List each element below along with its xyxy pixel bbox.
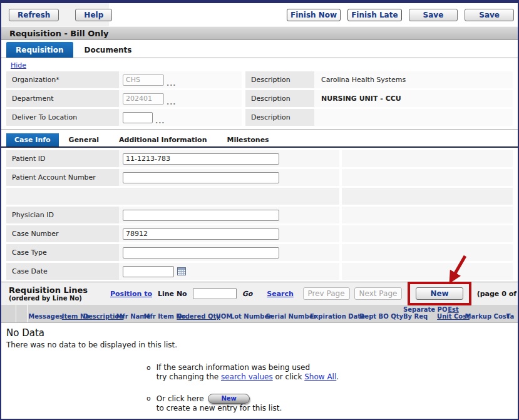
- no-data-heading: No Data: [6, 327, 518, 339]
- refresh-button[interactable]: Refresh: [9, 9, 59, 21]
- requisition-lines-subtitle: (ordered by Line No): [9, 295, 110, 302]
- case-number-input[interactable]: [123, 228, 279, 240]
- line-no-input[interactable]: [193, 288, 237, 299]
- case-type-input[interactable]: [123, 247, 279, 259]
- tab-requisition[interactable]: Requisition: [6, 42, 73, 58]
- case-date-input-zone: [119, 263, 339, 280]
- physician-id-row: Physician ID: [6, 207, 513, 223]
- finish-late-button[interactable]: Finish Late: [347, 9, 401, 21]
- position-to-link[interactable]: Position to: [110, 290, 152, 298]
- new-entry-line1: Or click here New: [157, 394, 282, 404]
- go-link[interactable]: Go: [242, 290, 253, 298]
- department-label: Department: [6, 90, 119, 107]
- page-title-bar: Requisition - Bill Only: [1, 26, 518, 40]
- toolbar-right-group: Finish Now Finish Late Save Save: [287, 9, 518, 21]
- row-right-filler: [342, 169, 513, 186]
- deliver-to-location-input-zone: ...: [119, 109, 242, 126]
- save-button-left[interactable]: Save: [409, 9, 458, 21]
- tab-documents[interactable]: Documents: [73, 42, 143, 58]
- row-right-filler: [342, 225, 513, 242]
- case-date-row: Case Date: [6, 263, 513, 280]
- calendar-icon[interactable]: [177, 267, 186, 275]
- case-date-label: Case Date: [6, 263, 119, 280]
- tab-requisition-label: Requisition: [16, 46, 64, 54]
- toolbar-left-group: Refresh Help: [1, 3, 109, 26]
- tab-additional-information[interactable]: Additional Information: [109, 133, 217, 146]
- requisition-lines-title: Requisition Lines: [9, 286, 110, 295]
- requisition-lines-title-block: Requisition Lines (ordered by Line No): [9, 286, 110, 302]
- next-page-button[interactable]: Next Page: [354, 287, 403, 300]
- case-date-input[interactable]: [123, 266, 174, 277]
- paging-group: Prev Page Next Page New (page 0 of: [303, 287, 518, 300]
- tab-case-info[interactable]: Case Info: [6, 133, 59, 146]
- icon-column-header: [16, 305, 28, 322]
- case-number-input-zone: [119, 225, 339, 242]
- deliver-to-location-description-label: Description: [245, 109, 314, 126]
- page-info: (page 0 of: [477, 290, 516, 298]
- search-link[interactable]: Search: [267, 290, 294, 298]
- organization-lookup-ellipsis-button[interactable]: ...: [167, 79, 177, 88]
- department-description-value: NURSING UNIT - CCU: [314, 90, 513, 107]
- finish-now-button[interactable]: Finish Now: [287, 9, 341, 21]
- lines-table-header: Messages Item No Description Mfr Name Mf…: [1, 305, 518, 323]
- deliver-to-location-description-value: [314, 109, 513, 126]
- search-hint-line1: If the search information was being used: [157, 363, 339, 372]
- new-entry-button[interactable]: New: [208, 394, 249, 404]
- organization-label: Organization*: [6, 71, 119, 88]
- row-right-filler: [342, 150, 513, 167]
- tab-general-label: General: [69, 136, 99, 144]
- search-hint-text: or click: [273, 372, 305, 381]
- column-header-lot-number: Lot Number: [233, 305, 269, 322]
- patient-id-input[interactable]: [123, 153, 279, 165]
- department-input-zone: ...: [119, 90, 242, 107]
- prev-page-button[interactable]: Prev Page: [303, 287, 350, 300]
- show-all-link[interactable]: Show All: [304, 372, 336, 381]
- physician-id-input[interactable]: [123, 210, 279, 221]
- department-input[interactable]: [123, 93, 164, 105]
- search-hint-bullet: o If the search information was being us…: [146, 363, 518, 382]
- bullet-marker: o: [146, 394, 151, 413]
- deliver-to-location-input[interactable]: [123, 112, 153, 123]
- patient-account-number-label: Patient Account Number: [6, 169, 119, 186]
- save-button-right[interactable]: Save: [465, 9, 514, 21]
- row-right-filler: [342, 207, 513, 223]
- no-data-bullet-list: o If the search information was being us…: [146, 363, 518, 413]
- organization-description-label: Description: [245, 71, 314, 88]
- patient-account-number-input[interactable]: [123, 172, 279, 183]
- main-tab-bar: Requisition Documents: [1, 40, 518, 58]
- column-header-tax-truncated: Ta: [505, 305, 516, 322]
- new-entry-bullet: o Or click here New to create a new entr…: [146, 394, 518, 413]
- case-number-label: Case Number: [6, 225, 119, 242]
- position-to-group: Position to Line No Go Search: [110, 288, 294, 299]
- deliver-to-location-row: Deliver To Location ... Description: [6, 109, 513, 126]
- tab-milestones-label: Milestones: [227, 136, 269, 144]
- top-toolbar: Refresh Help Finish Now Finish Late Save…: [1, 3, 518, 26]
- column-header-description[interactable]: Description: [88, 305, 119, 322]
- department-lookup-ellipsis-button[interactable]: ...: [167, 98, 177, 107]
- deliver-to-location-lookup-ellipsis-button[interactable]: ...: [155, 117, 165, 126]
- department-row: Department ... Description NURSING UNIT …: [6, 90, 513, 107]
- annotation-highlight-box: New: [408, 282, 471, 305]
- row-right-filler: [342, 244, 513, 261]
- tab-milestones[interactable]: Milestones: [217, 133, 279, 146]
- spacer-cell: [6, 188, 119, 205]
- new-line-button[interactable]: New: [416, 287, 463, 300]
- bullet-marker: o: [146, 363, 151, 382]
- column-header-separate-po-by-req: Separate POBy Req: [401, 305, 437, 322]
- spacer-row: [6, 188, 513, 205]
- line-no-label: Line No: [158, 290, 187, 298]
- column-header-ordered-qty[interactable]: Ordered Qty: [182, 305, 215, 322]
- tab-general[interactable]: General: [59, 133, 109, 146]
- hide-link[interactable]: Hide: [11, 61, 26, 69]
- column-header-serial-number: Serial Number: [269, 305, 313, 322]
- help-button[interactable]: Help: [75, 9, 112, 21]
- physician-id-input-zone: [119, 207, 339, 223]
- search-values-link[interactable]: search values: [221, 372, 273, 381]
- organization-input[interactable]: [123, 74, 164, 86]
- hide-row: Hide: [1, 59, 518, 71]
- search-hint-line2: try changing the search values or click …: [157, 372, 339, 382]
- new-entry-text: Or click here: [157, 394, 204, 403]
- page-title: Requisition - Bill Only: [9, 29, 108, 38]
- select-column-header: [6, 305, 16, 322]
- case-type-row: Case Type: [6, 244, 513, 261]
